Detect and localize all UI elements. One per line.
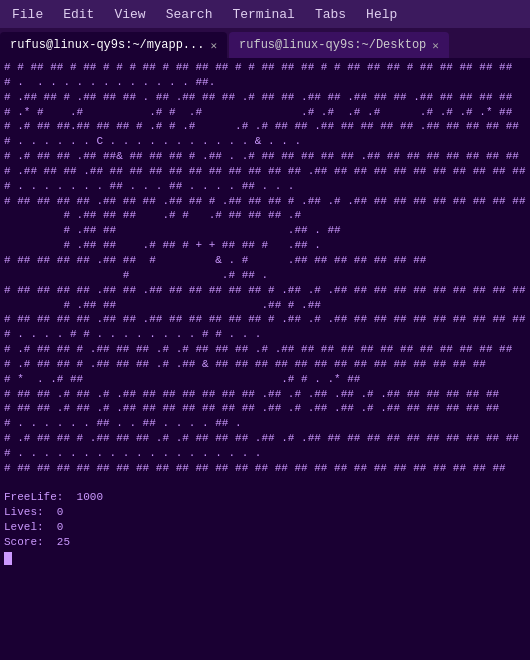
menu-help[interactable]: Help <box>358 5 405 24</box>
tab-1[interactable]: rufus@linux-qy9s:~/myapp... ✕ <box>0 32 227 58</box>
tab-1-label: rufus@linux-qy9s:~/myapp... <box>10 38 204 52</box>
menu-terminal[interactable]: Terminal <box>224 5 302 24</box>
tab-1-close[interactable]: ✕ <box>210 39 217 52</box>
menu-search[interactable]: Search <box>158 5 221 24</box>
tab-2[interactable]: rufus@linux-qy9s:~/Desktop ✕ <box>229 32 449 58</box>
menu-tabs[interactable]: Tabs <box>307 5 354 24</box>
menubar: File Edit View Search Terminal Tabs Help <box>0 0 530 28</box>
cursor <box>4 552 12 565</box>
tabbar: rufus@linux-qy9s:~/myapp... ✕ rufus@linu… <box>0 28 530 58</box>
menu-file[interactable]: File <box>4 5 51 24</box>
tab-2-label: rufus@linux-qy9s:~/Desktop <box>239 38 426 52</box>
menu-edit[interactable]: Edit <box>55 5 102 24</box>
menu-view[interactable]: View <box>106 5 153 24</box>
terminal[interactable]: # # ## ## # ## # # # ## # ## ## ## # # #… <box>0 58 530 660</box>
tab-2-close[interactable]: ✕ <box>432 39 439 52</box>
